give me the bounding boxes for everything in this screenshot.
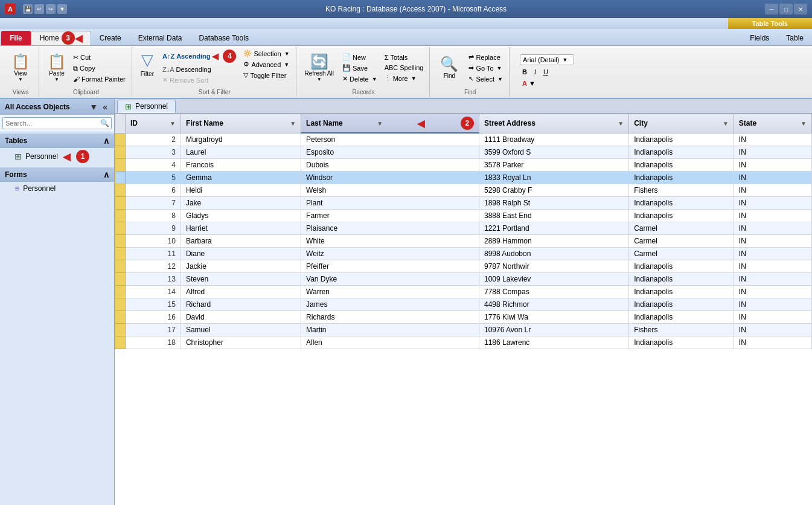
redo-btn[interactable]: ↪ (46, 4, 56, 14)
nav-collapse-btn[interactable]: « (101, 102, 109, 112)
row-selector[interactable] (115, 133, 126, 146)
table-row[interactable]: 17SamuelMartin10976 Avon LrFishersIN (115, 324, 812, 336)
table-row[interactable]: 14AlfredWarren7788 CompasIndianapolisIN (115, 286, 812, 298)
nav-search-input[interactable] (2, 117, 112, 129)
table-row[interactable]: 9HarrietPlaisance1221 PortlandCarmelIN (115, 222, 812, 235)
font-color-button[interactable]: A ▼ (520, 79, 538, 88)
address-column-header[interactable]: Street Address ▼ (479, 114, 628, 133)
tables-section-header[interactable]: Tables ∧ (0, 133, 114, 148)
table-row[interactable]: 4FrancoisDubois3578 ParkerIndianapolisIN (115, 159, 812, 172)
firstname-sort-arrow[interactable]: ▼ (290, 120, 296, 127)
table-row[interactable]: 12JackiePfeiffer9787 NorthwirIndianapoli… (115, 260, 812, 273)
personnel-table-tab[interactable]: ⊞ Personnel (117, 100, 176, 113)
tab-create[interactable]: Create (91, 31, 130, 45)
nav-dropdown-btn[interactable]: ▼ (88, 102, 100, 112)
city-sort-arrow[interactable]: ▼ (723, 120, 729, 127)
address-sort-arrow[interactable]: ▼ (618, 120, 624, 127)
table-row[interactable]: 10BarbaraWhite2889 HammonCarmelIN (115, 235, 812, 248)
row-selector[interactable] (115, 286, 126, 298)
row-selector[interactable] (115, 159, 126, 172)
table-row[interactable]: 3LaurelEsposito3599 Oxford SIndianapolis… (115, 146, 812, 159)
customize-quick-btn[interactable]: ▼ (57, 4, 67, 14)
tab-table[interactable]: Table (778, 31, 812, 45)
table-row[interactable]: 15RichardJames4498 RichmorIndianapolisIN (115, 298, 812, 311)
delete-record-button[interactable]: ✕ Delete ▼ (340, 74, 380, 84)
cut-button[interactable]: ✂ Cut (71, 53, 128, 63)
close-btn[interactable]: ✕ (794, 4, 807, 14)
view-button[interactable]: 📋 View ▼ (6, 52, 35, 85)
row-selector[interactable] (115, 235, 126, 248)
table-row[interactable]: 16DavidRichards1776 Kiwi WaIndianapolisI… (115, 311, 812, 324)
tab-external-data[interactable]: External Data (130, 31, 191, 45)
format-painter-button[interactable]: 🖌 Format Painter (71, 74, 128, 84)
table-row[interactable]: 13StevenVan Dyke1009 LakevievIndianapoli… (115, 273, 812, 286)
table-row[interactable]: 8GladysFarmer3888 East EndIndianapolisIN (115, 210, 812, 222)
lastname-column-header[interactable]: Last Name ▼ ◀ 2 (301, 114, 479, 133)
remove-sort-button[interactable]: ✕ Remove Sort (160, 75, 238, 85)
search-icon[interactable]: 🔍 (100, 119, 109, 127)
row-selector[interactable] (115, 197, 126, 210)
row-selector[interactable] (115, 324, 126, 336)
save-quick-btn[interactable]: 💾 (23, 4, 33, 14)
find-button[interactable]: 🔍 Find (435, 54, 464, 82)
new-record-button[interactable]: 📄 New (340, 52, 380, 62)
maximize-btn[interactable]: □ (779, 4, 793, 14)
selection-button[interactable]: 🔆 Selection ▼ (241, 48, 292, 59)
bold-button[interactable]: B (520, 67, 529, 77)
forms-section-header[interactable]: Forms ∧ (0, 167, 114, 182)
undo-btn[interactable]: ↩ (34, 4, 44, 14)
format-painter-icon: 🖌 (73, 76, 80, 83)
lastname-sort-arrow[interactable]: ▼ (377, 120, 383, 127)
row-selector[interactable] (115, 260, 126, 273)
title-bar: A 💾 ↩ ↪ ▼ KO Racing : Database (Access 2… (0, 0, 812, 18)
id-column-header[interactable]: ID ▼ (126, 114, 181, 133)
row-selector[interactable] (115, 184, 126, 197)
nav-item-personnel-form[interactable]: ≡ Personnel (0, 182, 114, 195)
table-row[interactable]: 18ChristopherAllen1186 LawrencIndianapol… (115, 336, 812, 349)
totals-button[interactable]: Σ Totals (382, 53, 426, 62)
filter-button[interactable]: ▽ Filter (137, 48, 158, 80)
paste-button[interactable]: 📋 Paste ▼ (44, 52, 69, 85)
minimize-btn[interactable]: ─ (765, 4, 778, 14)
more-button[interactable]: ⋮ More ▼ (382, 73, 426, 83)
state-column-header[interactable]: State ▼ (734, 114, 811, 133)
tab-file[interactable]: File (1, 31, 31, 45)
goto-button[interactable]: ➡ Go To ▼ (466, 63, 505, 73)
city-column-header[interactable]: City ▼ (629, 114, 734, 133)
underline-button[interactable]: U (541, 67, 551, 77)
replace-button[interactable]: ⇌ Replace (466, 52, 505, 62)
table-row[interactable]: 11DianeWeitz8998 AudobonCarmelIN (115, 248, 812, 260)
row-selector[interactable] (115, 336, 126, 349)
row-selector[interactable] (115, 210, 126, 222)
descending-button[interactable]: Z↓A Descending (160, 65, 238, 74)
row-selector[interactable] (115, 273, 126, 286)
row-selector[interactable] (115, 222, 126, 235)
save-record-button[interactable]: 💾 Save (340, 63, 380, 73)
state-sort-arrow[interactable]: ▼ (801, 120, 807, 127)
font-selector[interactable]: Arial (Detail) ▼ (520, 54, 574, 65)
cell-id: 2 (126, 133, 181, 146)
select-button[interactable]: ↖ Select ▼ (466, 74, 505, 84)
row-selector[interactable] (115, 146, 126, 159)
toggle-filter-button[interactable]: ▽ Toggle Filter (241, 70, 292, 80)
spelling-button[interactable]: ABC Spelling (382, 63, 426, 72)
copy-button[interactable]: ⧉ Copy (71, 63, 128, 74)
tab-home[interactable]: Home3◀ (31, 31, 91, 45)
advanced-button[interactable]: ⚙ Advanced ▼ (241, 59, 292, 69)
italic-button[interactable]: I (532, 67, 539, 77)
row-selector[interactable] (115, 172, 126, 184)
ascending-button[interactable]: A↑Z Ascending ◀ 4 (160, 48, 238, 64)
firstname-column-header[interactable]: First Name ▼ (181, 114, 301, 133)
tab-database-tools[interactable]: Database Tools (190, 31, 257, 45)
tab-fields[interactable]: Fields (741, 31, 778, 45)
row-selector[interactable] (115, 298, 126, 311)
table-row[interactable]: 2MurgatroydPeterson1111 BroadwayIndianap… (115, 133, 812, 146)
id-sort-arrow[interactable]: ▼ (170, 120, 176, 127)
nav-item-personnel-table[interactable]: ⊞ Personnel ◀ 1 (0, 148, 114, 165)
table-row[interactable]: 6HeidiWelsh5298 Crabby FFishersIN (115, 184, 812, 197)
table-row[interactable]: 7JakePlant1898 Ralph StIndianapolisIN (115, 197, 812, 210)
table-row[interactable]: 5GemmaWindsor1833 Royal LnIndianapolisIN (115, 172, 812, 184)
refresh-button[interactable]: 🔄 Refresh All ▼ (301, 52, 337, 85)
row-selector[interactable] (115, 311, 126, 324)
row-selector[interactable] (115, 248, 126, 260)
